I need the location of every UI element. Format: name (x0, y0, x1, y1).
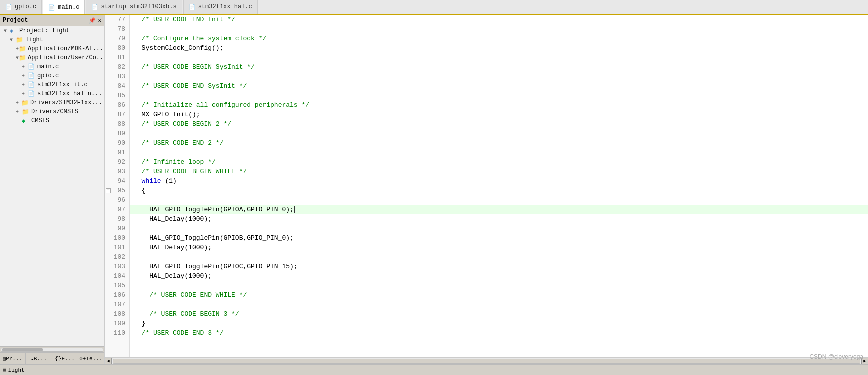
line-number-80: 80 (105, 43, 129, 53)
cmsis-label: CMSIS (31, 117, 49, 124)
sidebar-tab-functions-label: F... (62, 356, 75, 362)
bottom-scrollbar[interactable]: ◀ ▶ (105, 357, 868, 364)
light-folder-icon: 📁 (16, 36, 24, 43)
sidebar-header: Project 📌 ✕ (0, 15, 104, 26)
sidebar-item-gpio-c[interactable]: + 📄 gpio.c (0, 71, 104, 80)
sidebar-item-app-mdk[interactable]: + 📁 Application/MDK-AI... (0, 44, 104, 53)
sidebar-item-main-c[interactable]: + 📄 main.c (0, 62, 104, 71)
code-line-108[interactable]: /* USER CODE BEGIN 3 */ (130, 309, 868, 319)
it-c-arrow-icon: + (22, 82, 28, 88)
code-line-92[interactable]: /* Infinite loop */ (130, 157, 868, 167)
line-number-103: 103 (105, 262, 129, 271)
sidebar-item-drivers-stm[interactable]: + 📁 Drivers/STM32F1xx... (0, 98, 104, 107)
code-line-78[interactable] (130, 24, 868, 34)
code-line-88[interactable]: /* USER CODE BEGIN 2 */ (130, 119, 868, 129)
sidebar-item-light[interactable]: ▼ 📁 light (0, 35, 104, 44)
main-c-label: main.c (37, 63, 59, 70)
code-line-81[interactable] (130, 53, 868, 62)
line-number-88: 88 (105, 119, 129, 129)
code-line-87[interactable]: MX_GPIO_Init(); (130, 110, 868, 119)
code-line-100[interactable]: HAL_GPIO_TogglePin(GPIOB,GPIO_PIN_0); (130, 233, 868, 243)
app-user-label: Application/User/Co... (28, 54, 104, 61)
close-icon[interactable]: ✕ (98, 17, 101, 24)
drivers-cmsis-label: Drivers/CMSIS (31, 108, 78, 115)
code-line-93[interactable]: /* USER CODE BEGIN WHILE */ (130, 167, 868, 176)
drivers-cmsis-folder-icon: 📁 (22, 108, 30, 115)
sidebar-item-app-user[interactable]: ▼ 📁 Application/User/Co... (0, 53, 104, 62)
sidebar-tab-functions[interactable]: {} F... (52, 353, 78, 364)
line-number-104: 104 (105, 271, 129, 281)
code-line-95[interactable]: { (130, 186, 868, 195)
sidebar-tab-templates[interactable]: 0+ Te... (78, 353, 104, 364)
code-line-105[interactable] (130, 281, 868, 290)
sidebar-item-it-c[interactable]: + 📄 stm32f1xx_it.c (0, 80, 104, 89)
tab-icon-gpio: 📄 (5, 4, 12, 10)
sidebar-horizontal-scrollbar[interactable] (0, 346, 104, 352)
it-c-file-icon: 📄 (28, 81, 36, 88)
code-line-104[interactable]: HAL_Delay(1000); (130, 271, 868, 281)
code-line-91[interactable] (130, 148, 868, 157)
code-line-98[interactable]: HAL_Delay(1000); (130, 214, 868, 224)
code-line-110[interactable]: /* USER CODE END 3 */ (130, 328, 868, 338)
line-number-109: 109 (105, 319, 129, 328)
sidebar-item-cmsis[interactable]: ◆ CMSIS (0, 116, 104, 125)
line-numbers: 777879808182838485868788899091929394−959… (105, 15, 130, 357)
watermark: CSDN @cleveryoga (809, 353, 863, 360)
code-line-85[interactable] (130, 91, 868, 100)
code-container: 777879808182838485868788899091929394−959… (105, 15, 868, 357)
code-line-109[interactable]: } (130, 319, 868, 328)
code-line-102[interactable] (130, 252, 868, 262)
code-line-84[interactable]: /* USER CODE END SysInit */ (130, 81, 868, 91)
collapse-btn-95[interactable]: − (106, 188, 111, 193)
tab-main[interactable]: 📄main.c (43, 0, 85, 14)
sidebar-item-project-root[interactable]: ▼ ◈ Project: light (0, 26, 104, 35)
sidebar-scrollbar-track[interactable] (1, 348, 103, 352)
tab-gpio[interactable]: 📄gpio.c (0, 0, 42, 14)
code-line-101[interactable]: HAL_Delay(1000); (130, 243, 868, 252)
main-area: Project 📌 ✕ ▼ ◈ Project: light ▼ 📁 light… (0, 15, 868, 364)
main-c-file-icon: 📄 (28, 63, 36, 70)
line-number-91: 91 (105, 148, 129, 157)
pin-icon[interactable]: 📌 (89, 17, 96, 24)
line-number-99: 99 (105, 224, 129, 233)
code-line-90[interactable]: /* USER CODE END 2 */ (130, 138, 868, 148)
code-line-106[interactable]: /* USER CODE END WHILE */ (130, 290, 868, 300)
line-number-90: 90 (105, 138, 129, 148)
light-label: light (25, 36, 43, 43)
code-line-89[interactable] (130, 129, 868, 138)
drivers-stm-label: Drivers/STM32F1xx... (30, 99, 102, 106)
sidebar-item-hal-n[interactable]: + 📄 stm32f1xx_hal_n... (0, 89, 104, 98)
line-number-108: 108 (105, 309, 129, 319)
sidebar-item-drivers-cmsis[interactable]: + 📁 Drivers/CMSIS (0, 107, 104, 116)
code-line-103[interactable]: HAL_GPIO_TogglePin(GPIOC,GPIO_PIN_15); (130, 262, 868, 271)
code-line-99[interactable] (130, 224, 868, 233)
sidebar: Project 📌 ✕ ▼ ◈ Project: light ▼ 📁 light… (0, 15, 105, 364)
sidebar-tab-b[interactable]: ☁ B... (26, 353, 52, 364)
line-number-94: 94 (105, 176, 129, 186)
code-line-80[interactable]: SystemClock_Config(); (130, 43, 868, 53)
tab-icon-startup: 📄 (91, 4, 98, 10)
code-line-107[interactable] (130, 300, 868, 309)
line-number-86: 86 (105, 100, 129, 110)
code-line-96[interactable] (130, 195, 868, 205)
code-line-83[interactable] (130, 72, 868, 81)
scroll-track[interactable] (113, 359, 860, 364)
code-line-77[interactable]: /* USER CODE END Init */ (130, 15, 868, 24)
drivers-stm-arrow-icon: + (16, 100, 21, 106)
status-project-icon: ▤ (3, 367, 6, 373)
line-number-102: 102 (105, 252, 129, 262)
tab-hal[interactable]: 📄stm32f1xx_hal.c (183, 0, 258, 14)
code-line-86[interactable]: /* Initialize all configured peripherals… (130, 100, 868, 110)
line-number-81: 81 (105, 53, 129, 62)
code-line-97[interactable]: HAL_GPIO_TogglePin(GPIOA,GPIO_PIN_0); (130, 205, 868, 214)
code-line-79[interactable]: /* Configure the system clock */ (130, 34, 868, 43)
sidebar-tab-project[interactable]: ▤ Pr... (0, 353, 26, 364)
code-line-94[interactable]: while (1) (130, 176, 868, 186)
light-arrow-icon: ▼ (10, 37, 16, 43)
code-lines[interactable]: /* USER CODE END Init */ /* Configure th… (130, 15, 868, 357)
tab-startup[interactable]: 📄startup_stm32f103xb.s (86, 0, 182, 14)
app-mdk-label: Application/MDK-AI... (28, 45, 103, 52)
sidebar-tab-functions-icon: {} (55, 356, 61, 362)
scroll-left-btn[interactable]: ◀ (105, 358, 112, 365)
code-line-82[interactable]: /* USER CODE BEGIN SysInit */ (130, 62, 868, 72)
